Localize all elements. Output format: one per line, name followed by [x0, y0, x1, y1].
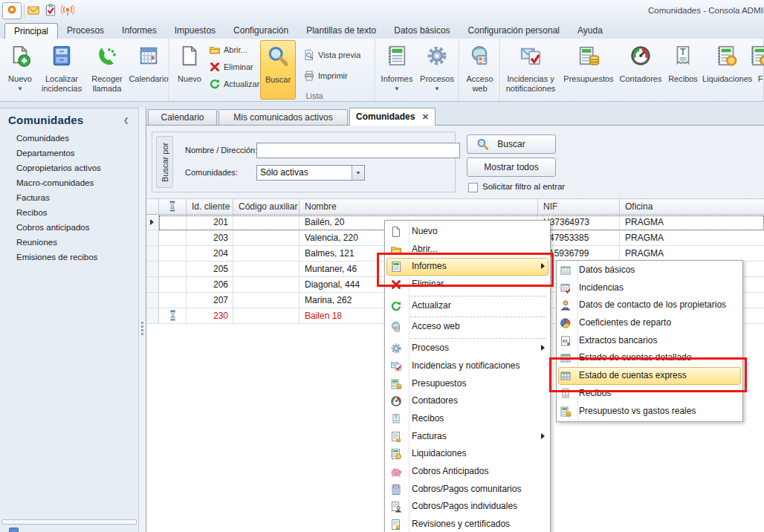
ribbon-button-liquidaciones[interactable]: Liquidaciones: [702, 40, 751, 100]
ribbon-button-nuevo[interactable]: Nuevo▼: [3, 40, 37, 100]
document-tab-comunidades[interactable]: Comunidades ✕: [349, 108, 436, 126]
ribbon-tab-impuestos[interactable]: Impuestos: [166, 23, 224, 39]
busy-cell: [159, 246, 187, 261]
row-indicator-cell: [146, 230, 159, 245]
menu-item-actualizar[interactable]: Actualizar: [385, 297, 550, 315]
bell-doc-icon: [390, 519, 402, 531]
search-button[interactable]: Buscar: [467, 134, 556, 154]
menu-item-datos-b-sicos[interactable]: Datos básicos: [557, 262, 742, 279]
chevron-down-icon[interactable]: ▼: [352, 166, 364, 180]
mail-icon[interactable]: [27, 4, 40, 19]
ribbon-tab-configuraci-n[interactable]: Configuración: [224, 23, 297, 39]
ribbon-tab-ayuda[interactable]: Ayuda: [569, 23, 612, 39]
ribbon-button-eliminar[interactable]: Eliminar: [209, 59, 253, 74]
sidebar-item-departamentos[interactable]: Departamentos: [16, 149, 75, 162]
menu-item-cobros-pagos-comunitarios[interactable]: Cobros/Pagos comunitarios: [385, 481, 550, 499]
menu-item-presupuestos[interactable]: Presupuestos: [385, 375, 550, 393]
ribbon-button-calendario[interactable]: Calendario: [128, 40, 169, 100]
tasks-icon[interactable]: [44, 4, 57, 19]
sidebar-item-macro-comunidades[interactable]: Macro-comunidades: [16, 178, 94, 192]
menu-item-revisiones-y-certificados[interactable]: Revisiones y certificados: [385, 516, 550, 532]
gear-icon: [390, 343, 402, 354]
ribbon-button-incidencias-y-notificaciones[interactable]: Incidencias ynotificaciones: [502, 40, 560, 100]
sidebar-item-copropietarios-activos[interactable]: Copropietarios activos: [16, 163, 101, 177]
menu-item-nuevo[interactable]: Nuevo: [385, 223, 550, 241]
document-tab-label: Comunidades: [356, 111, 415, 122]
menu-item-extractos-bancarios[interactable]: 43Extractos bancarios: [557, 332, 742, 350]
chevron-left-icon[interactable]: ❮: [123, 117, 129, 124]
menu-item-recibos[interactable]: TRecibos: [385, 410, 550, 428]
menu-item-coeficientes-de-reparto[interactable]: Coeficientes de reparto: [557, 314, 742, 332]
grid-column-header[interactable]: [159, 199, 187, 214]
ribbon-tab-configuraci-n-personal[interactable]: Configuración personal: [459, 23, 569, 39]
communities-combobox[interactable]: Sólo activas ▼: [256, 165, 365, 181]
ribbon-button-imprimir[interactable]: Imprimir: [303, 68, 348, 83]
sidebar-item-reuniones[interactable]: Reuniones: [16, 238, 57, 251]
grid-column-header-nif[interactable]: NIF: [538, 199, 620, 214]
broadcast-icon[interactable]: [61, 4, 74, 19]
ribbon-button-abrir-[interactable]: Abrir...: [209, 42, 247, 57]
document-tab-calendario[interactable]: Calendario: [148, 109, 217, 125]
grid-column-header-nombre[interactable]: Nombre: [300, 199, 538, 214]
ribbon-button-recoger-llamada[interactable]: Recogerllamada: [86, 40, 128, 100]
calendar-icon: [137, 45, 160, 67]
informes-submenu: Datos básicosIncidenciasDatos de contact…: [556, 260, 743, 422]
menu-item-cobros-pagos-individuales[interactable]: Cobros/Pagos individuales: [385, 498, 550, 516]
sidebar-item-recibos[interactable]: Recibos: [16, 208, 48, 221]
ribbon-button-presupuestos[interactable]: Presupuestos: [561, 40, 616, 100]
menu-item-eliminar[interactable]: Eliminar: [385, 276, 550, 293]
ribbon-button-f[interactable]: F: [747, 40, 764, 100]
calc-icon: [390, 484, 402, 496]
sidebar-item-emisiones-de-recibos[interactable]: Emisiones de recibos: [16, 253, 97, 266]
menu-item-liquidaciones[interactable]: Liquidaciones: [385, 445, 550, 463]
grid-column-header-oficina[interactable]: Oficina: [620, 199, 764, 214]
close-icon[interactable]: ✕: [422, 112, 429, 121]
ribbon-button-actualizar[interactable]: Actualizar: [209, 77, 259, 91]
menu-item-incidencias[interactable]: Incidencias: [557, 279, 742, 297]
filter-on-enter-checkbox[interactable]: [468, 183, 478, 192]
ribbon-button-informes[interactable]: Informes▼: [378, 40, 416, 100]
grid-column-header[interactable]: [146, 199, 159, 214]
ribbon-tab-principal[interactable]: Principal: [4, 23, 58, 39]
app-menu-button[interactable]: [2, 2, 22, 19]
ribbon-tab-informes[interactable]: Informes: [113, 23, 166, 39]
ribbon-button-buscar[interactable]: Buscar: [260, 40, 296, 100]
document-tab-mis-comunicados-activos[interactable]: Mis comunicados activos: [218, 109, 348, 125]
ribbon-tab-procesos[interactable]: Procesos: [58, 23, 113, 39]
ribbon-button-procesos[interactable]: Procesos▼: [418, 40, 456, 100]
sidebar-bottom-icon[interactable]: [9, 528, 19, 532]
sidebar-item-cobros-anticipados[interactable]: Cobros anticipados: [16, 223, 89, 236]
show-all-button[interactable]: Mostrar todos: [467, 158, 556, 177]
cell-aux: [233, 215, 300, 230]
menu-item-incidencias-y-notificaciones[interactable]: Incidencias y notificaciones: [385, 357, 550, 375]
menu-item-presupuesto-vs-gastos-reales[interactable]: Presupuesto vs gastos reales: [557, 403, 742, 421]
ribbon-button-vista-previa[interactable]: Vista previa: [303, 48, 360, 62]
ribbon-tab-plantillas-de-texto[interactable]: Plantillas de texto: [297, 23, 385, 39]
menu-item-cobros-anticipados[interactable]: Cobros Anticipados: [385, 463, 550, 481]
ribbon-tab-datos-b-sicos[interactable]: Datos básicos: [385, 23, 459, 39]
menu-item-acceso-web[interactable]: Acceso web: [385, 318, 550, 336]
menu-item-informes[interactable]: Informes: [385, 258, 550, 276]
sidebar-title: Comunidades: [8, 114, 83, 126]
ribbon-button-localizar-incidencias[interactable]: Localizarincidencias: [39, 40, 85, 100]
sidebar-splitter[interactable]: [138, 108, 146, 532]
menu-item-estado-de-cuentas-express[interactable]: Estado de cuentas express: [557, 367, 742, 385]
sidebar-item-facturas[interactable]: Facturas: [16, 193, 50, 207]
cell-id: 205: [187, 262, 233, 276]
grid-column-header-id-cliente[interactable]: Id. cliente: [187, 199, 233, 214]
grid-column-header-c-digo-auxiliar[interactable]: Código auxiliar: [233, 199, 300, 214]
menu-item-estado-de-cuentas-detallado[interactable]: Estado de cuentas detallado: [557, 349, 742, 367]
name-address-input[interactable]: [256, 143, 460, 158]
ribbon-button-nuevo[interactable]: Nuevo: [172, 40, 207, 100]
menu-item-contadores[interactable]: Contadores: [385, 392, 550, 410]
ribbon-button-contadores[interactable]: Contadores: [618, 40, 664, 100]
sidebar-item-comunidades[interactable]: Comunidades: [16, 134, 69, 147]
ribbon-button-recibos[interactable]: TRecibos: [665, 40, 701, 100]
menu-item-facturas[interactable]: Facturas: [385, 428, 550, 446]
communities-combobox-value: Sólo activas: [260, 167, 308, 178]
menu-item-procesos[interactable]: Procesos: [385, 340, 550, 357]
menu-item-recibos[interactable]: TRecibos: [557, 385, 742, 403]
menu-item-datos-de-contacto-de-los-propietarios[interactable]: Datos de contacto de los propietarios: [557, 296, 742, 314]
ribbon-button-acceso-web[interactable]: Acceso web: [461, 40, 499, 100]
menu-item-abrir-[interactable]: Abrir...: [385, 241, 550, 259]
